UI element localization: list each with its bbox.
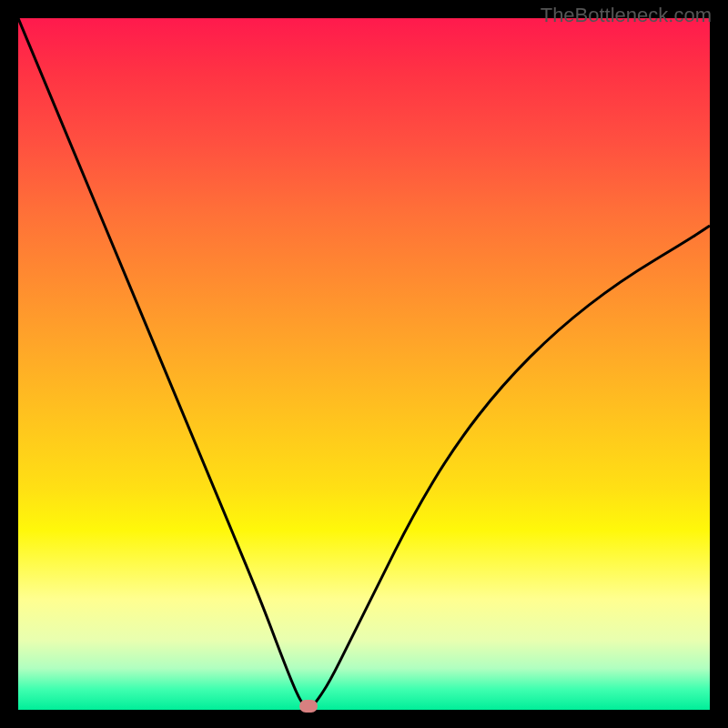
- plot-area: [18, 18, 710, 710]
- bottleneck-curve-path: [18, 18, 710, 708]
- chart-container: TheBottleneck.com: [0, 0, 728, 728]
- optimum-marker: [299, 700, 318, 713]
- curve-svg: [18, 18, 710, 710]
- watermark-text: TheBottleneck.com: [541, 4, 712, 27]
